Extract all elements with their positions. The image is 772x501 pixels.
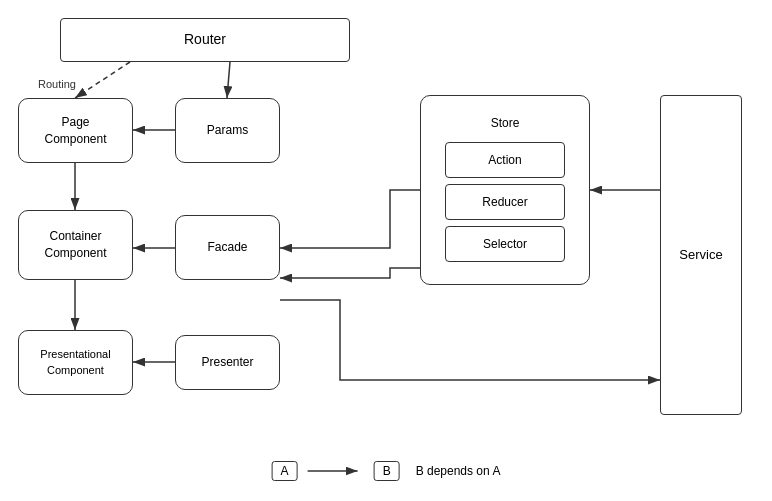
legend-description: B depends on A — [416, 464, 501, 478]
svg-line-3 — [227, 62, 230, 98]
legend-arrow — [306, 463, 366, 479]
architecture-diagram: Router Page Component Params Container C… — [0, 0, 772, 501]
container-component-box: Container Component — [18, 210, 133, 280]
store-label: Store — [491, 115, 520, 132]
router-box: Router — [60, 18, 350, 62]
reducer-box: Reducer — [445, 184, 565, 220]
params-box: Params — [175, 98, 280, 163]
page-component-box: Page Component — [18, 98, 133, 163]
presenter-box: Presenter — [175, 335, 280, 390]
store-box: Store Action Reducer Selector — [420, 95, 590, 285]
service-box: Service — [660, 95, 742, 415]
presentational-component-box: Presentational Component — [18, 330, 133, 395]
routing-label: Routing — [38, 78, 76, 90]
legend-b: B — [374, 461, 400, 481]
facade-box: Facade — [175, 215, 280, 280]
legend: A B B depends on A — [272, 461, 501, 481]
legend-a: A — [272, 461, 298, 481]
svg-line-2 — [75, 62, 130, 98]
action-box: Action — [445, 142, 565, 178]
selector-box: Selector — [445, 226, 565, 262]
